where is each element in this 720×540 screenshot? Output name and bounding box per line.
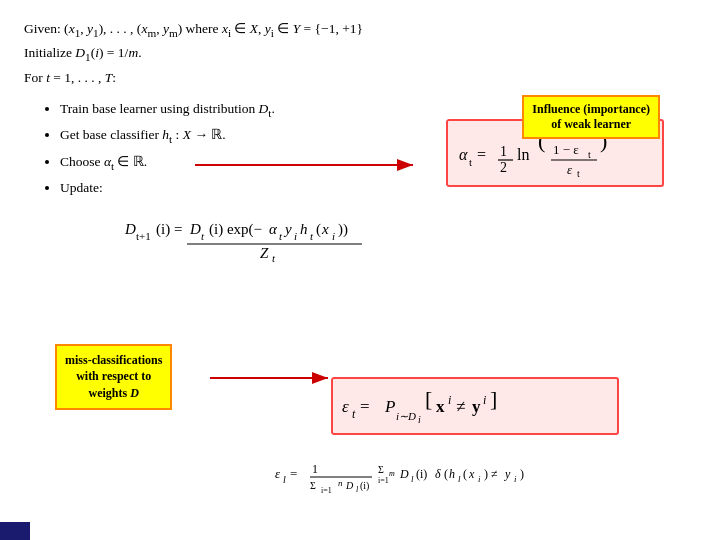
epsilon-small-formula: ε l = 1 Σ i=1 n D l (i) Σ m i=1 D l (i) … — [270, 458, 700, 498]
annotation-bottom: miss-classificationswith respect toweigh… — [55, 344, 172, 410]
svg-text:i=1: i=1 — [321, 486, 332, 495]
svg-text:(i) exp(−: (i) exp(− — [209, 221, 262, 238]
svg-text:t: t — [577, 168, 580, 179]
svg-text:t: t — [588, 149, 591, 160]
svg-text:(: ( — [316, 221, 321, 238]
svg-text:(i): (i) — [416, 467, 427, 481]
svg-text:m: m — [389, 469, 395, 478]
svg-text:x: x — [321, 221, 329, 237]
svg-text:]: ] — [490, 386, 497, 411]
svg-text:δ: δ — [435, 467, 441, 481]
svg-text:) ≠: ) ≠ — [484, 467, 498, 481]
svg-text:n: n — [338, 478, 343, 488]
svg-text:2: 2 — [500, 160, 507, 175]
svg-text:(: ( — [444, 467, 448, 481]
svg-text:1: 1 — [500, 144, 507, 159]
annotation-top-text: Influence (importance)of weak learner — [532, 102, 650, 131]
svg-text:l: l — [458, 474, 461, 484]
svg-text:)): )) — [338, 221, 348, 238]
svg-text:D: D — [124, 221, 136, 237]
svg-text:y: y — [472, 397, 481, 416]
svg-text:ln: ln — [517, 146, 529, 163]
svg-text:t: t — [279, 230, 283, 242]
svg-text:(i) =: (i) = — [156, 221, 182, 238]
svg-text:x: x — [468, 467, 475, 481]
svg-text:ε: ε — [275, 466, 281, 481]
svg-text:i=1: i=1 — [378, 476, 389, 485]
svg-text:i: i — [483, 393, 486, 407]
svg-text:=: = — [360, 397, 370, 416]
svg-text:i: i — [478, 474, 481, 484]
svg-text:=: = — [477, 146, 486, 163]
initialize-line: Initialize D1(i) = 1/m. — [24, 42, 696, 66]
svg-text:≠: ≠ — [456, 397, 465, 416]
annotation-bottom-text: miss-classificationswith respect toweigh… — [65, 353, 162, 401]
svg-text:(i): (i) — [360, 480, 369, 492]
svg-text:Σ: Σ — [310, 480, 316, 491]
svg-text:l: l — [283, 474, 286, 485]
svg-text:Z: Z — [260, 245, 269, 261]
svg-text:i: i — [448, 393, 451, 407]
svg-text:t+1: t+1 — [136, 230, 151, 242]
epsilon-arrow — [210, 368, 340, 392]
slide-content: Given: (x1, y1), . . . , (xm, ym) where … — [0, 0, 720, 540]
svg-text:): ) — [520, 467, 524, 481]
svg-text:t: t — [310, 230, 314, 242]
svg-text:h: h — [449, 467, 455, 481]
given-line: Given: (x1, y1), . . . , (xm, ym) where … — [24, 18, 696, 42]
svg-text:D: D — [345, 480, 354, 491]
svg-text:i: i — [332, 230, 335, 242]
svg-text:i∼D: i∼D — [396, 410, 416, 422]
update-formula: D t+1 (i) = D t (i) exp(− α t y i h t ( … — [120, 210, 680, 269]
svg-text:Σ: Σ — [378, 464, 384, 475]
svg-text:h: h — [300, 221, 308, 237]
svg-text:t: t — [469, 156, 472, 168]
svg-text:=: = — [290, 466, 297, 481]
svg-text:i: i — [514, 474, 517, 484]
svg-text:y: y — [283, 221, 292, 237]
svg-text:α: α — [459, 146, 468, 163]
bottom-bar — [0, 522, 30, 540]
svg-text:ε: ε — [342, 397, 349, 416]
svg-text:D: D — [399, 467, 409, 481]
svg-text:t: t — [272, 252, 276, 264]
svg-text:i: i — [294, 230, 297, 242]
for-line: For t = 1, . . . , T: — [24, 67, 696, 89]
annotation-top: Influence (importance)of weak learner — [522, 95, 660, 139]
svg-text:[: [ — [425, 386, 432, 411]
svg-text:l: l — [411, 474, 414, 484]
svg-text:1: 1 — [312, 462, 318, 476]
svg-text:t: t — [201, 230, 205, 242]
svg-text:ε: ε — [567, 162, 573, 177]
svg-text:y: y — [504, 467, 511, 481]
given-block: Given: (x1, y1), . . . , (xm, ym) where … — [24, 18, 696, 89]
svg-text:x: x — [436, 397, 445, 416]
choose-arrow — [195, 155, 425, 179]
svg-text:P: P — [384, 397, 395, 416]
svg-text:1 − ε: 1 − ε — [553, 142, 579, 157]
svg-text:(: ( — [463, 467, 467, 481]
svg-text:α: α — [269, 221, 278, 237]
svg-text:l: l — [356, 485, 359, 494]
svg-text:D: D — [189, 221, 201, 237]
epsilon-formula: ε t = P i∼D i [ x i ≠ y i ] — [330, 376, 690, 440]
svg-text:i: i — [418, 414, 421, 425]
